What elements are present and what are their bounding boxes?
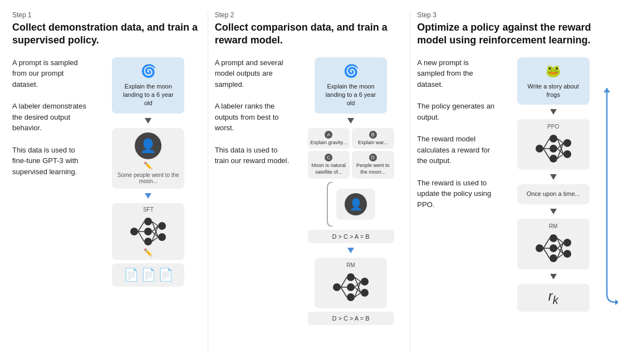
svg-point-20 xyxy=(361,289,369,297)
step3-arrow3 xyxy=(550,209,557,214)
step1-text-col: A prompt is sampled from our prompt data… xyxy=(12,57,90,353)
step3-text-col: A new prompt is sampled from the dataset… xyxy=(417,57,495,353)
step2-prompt-icon: 🌀 xyxy=(322,63,379,80)
svg-point-31 xyxy=(550,135,557,142)
step3-ppo-card: PPO xyxy=(517,119,590,170)
labeler-avatar: 👤 xyxy=(135,132,161,159)
svg-point-46 xyxy=(550,234,557,242)
sft-pencil: ✏️ xyxy=(144,248,153,257)
cell-a-label: A xyxy=(325,131,332,139)
step2-rm-network xyxy=(328,270,373,304)
step3-output-card: Once upon a time... xyxy=(517,184,590,204)
step3-ppo-network xyxy=(531,132,576,165)
step1-label: Step 1 xyxy=(12,11,201,19)
step3-label: Step 3 xyxy=(417,11,606,19)
svg-point-32 xyxy=(550,145,557,153)
main-container: Step 1 Collect demonstration data, and t… xyxy=(0,0,618,364)
cell-c-label: C xyxy=(325,154,332,161)
step1-content: A prompt is sampled from our prompt data… xyxy=(12,57,201,353)
step2-arrow2 xyxy=(347,248,354,253)
svg-point-19 xyxy=(361,278,369,286)
cell-c: C Moon is natural satellite of... xyxy=(308,151,350,178)
svg-point-3 xyxy=(144,238,152,245)
svg-point-34 xyxy=(563,139,571,147)
step3-text3: The reward model calculates a reward for… xyxy=(417,134,495,166)
step1-text3: This data is used to fine-tune GPT-3 wit… xyxy=(12,145,90,178)
step1-column: Step 1 Collect demonstration data, and t… xyxy=(6,11,208,353)
step2-prompt-card: 🌀 Explain the moon landing to a 6 year o… xyxy=(315,57,387,114)
step3-rm-label: RM xyxy=(549,223,558,229)
prompt-icon: 🌀 xyxy=(120,63,176,80)
svg-line-51 xyxy=(543,238,550,248)
arrow2 xyxy=(145,193,151,199)
rk-value: rk xyxy=(548,288,558,307)
step1-diagram: 🌀 Explain the moon landing to a 6 year o… xyxy=(96,57,201,353)
step1-sft-card: SFT xyxy=(112,203,184,260)
step3-rm-card: RM xyxy=(517,219,590,269)
sft-network xyxy=(126,215,170,248)
svg-marker-60 xyxy=(615,299,618,305)
svg-line-53 xyxy=(543,248,550,258)
step2-arrow1 xyxy=(347,118,354,124)
step3-arrow1 xyxy=(550,109,557,115)
step3-text2: The policy generates an output. xyxy=(417,101,495,122)
svg-point-49 xyxy=(563,239,571,247)
frog-icon: 🐸 xyxy=(525,63,582,80)
step3-text4: The reward is used to update the policy … xyxy=(417,178,495,210)
brace-icon xyxy=(326,182,334,227)
step2-text1: A prompt and several model outputs are s… xyxy=(215,57,293,90)
step3-title: Optimize a policy against the reward mod… xyxy=(417,21,606,47)
svg-point-2 xyxy=(144,228,152,235)
pencil: ✏️ xyxy=(144,161,153,170)
step2-label: Step 2 xyxy=(215,11,404,19)
svg-point-30 xyxy=(536,145,543,153)
feedback-arrow xyxy=(601,88,618,305)
doc1-icon: 📄 xyxy=(124,268,139,282)
step1-text2: A labeler demonstrates the desired outpu… xyxy=(12,101,90,134)
step1-docs: 📄 📄 📄 xyxy=(112,263,184,287)
step2-diagram: 🌀 Explain the moon landing to a 6 year o… xyxy=(298,57,404,353)
svg-point-1 xyxy=(144,218,152,225)
svg-line-36 xyxy=(543,139,550,149)
svg-marker-61 xyxy=(604,88,610,92)
step3-arrow2 xyxy=(550,174,557,180)
step3-rk-card: rk xyxy=(517,284,590,312)
brace-labeler: 👤 xyxy=(326,182,375,227)
step3-ppo-label: PPO xyxy=(547,124,559,130)
step2-text-col: A prompt and several model outputs are s… xyxy=(215,57,293,353)
svg-line-8 xyxy=(138,232,144,242)
svg-point-5 xyxy=(158,233,166,241)
cell-b: B Explain war... xyxy=(352,128,394,149)
doc3-icon: 📄 xyxy=(158,268,173,282)
svg-point-48 xyxy=(550,254,557,262)
step2-rm-label: RM xyxy=(346,262,355,268)
svg-point-35 xyxy=(563,150,571,158)
svg-point-0 xyxy=(130,228,138,235)
arrow1 xyxy=(145,118,151,124)
step2-ranking: D > C > A = B xyxy=(308,230,394,243)
cell-a: A Explain gravity... xyxy=(308,128,350,149)
step3-column: Step 3 Optimize a policy against the rew… xyxy=(410,11,612,353)
svg-point-4 xyxy=(158,222,166,230)
step2-rm-ranking: D > C > A = B xyxy=(308,312,394,325)
svg-line-21 xyxy=(341,277,347,287)
cell-d: D People went to the moon... xyxy=(352,151,394,178)
step2-labeler-avatar: 👤 xyxy=(345,193,367,215)
svg-point-18 xyxy=(347,293,355,301)
step3-prompt-card: 🐸 Write a story about frogs xyxy=(517,57,590,105)
svg-point-16 xyxy=(347,273,355,281)
step3-diagram: 🐸 Write a story about frogs PPO xyxy=(501,57,606,353)
svg-line-23 xyxy=(341,287,347,297)
svg-point-50 xyxy=(563,250,571,258)
step2-content: A prompt and several model outputs are s… xyxy=(215,57,404,353)
cell-d-label: D xyxy=(369,154,377,161)
step3-arrow4 xyxy=(550,274,557,279)
step3-text1: A new prompt is sampled from the dataset… xyxy=(417,57,495,90)
svg-point-45 xyxy=(536,244,543,252)
step2-grid: A Explain gravity... B Explain war... C … xyxy=(308,128,394,179)
step1-prompt-card: 🌀 Explain the moon landing to a 6 year o… xyxy=(112,57,184,114)
step2-title: Collect comparison data, and train a rew… xyxy=(215,21,404,47)
step1-card2-text: Some people went to the moon... xyxy=(116,172,180,184)
sft-label: SFT xyxy=(143,206,154,213)
step3-content: A new prompt is sampled from the dataset… xyxy=(417,57,606,353)
